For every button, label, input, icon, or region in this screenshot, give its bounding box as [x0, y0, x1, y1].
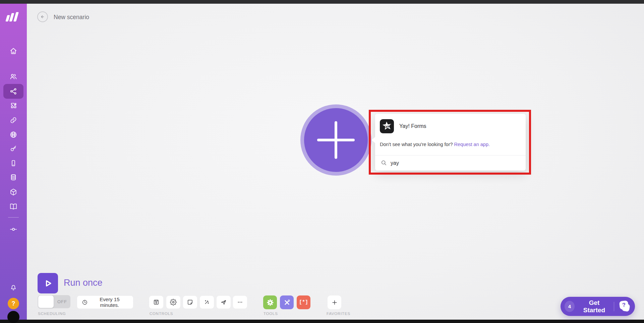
- make-scenario-editor: ? New scenario Yay! Yay! Forms Don't see…: [0, 0, 644, 323]
- request-app-link[interactable]: Request an app.: [454, 142, 490, 147]
- yay-forms-logo-icon: Yay!: [380, 119, 394, 133]
- tools-section-label: TOOLS: [264, 312, 278, 316]
- sidebar-item-data-stores[interactable]: [0, 171, 27, 183]
- globe-icon: [9, 131, 17, 139]
- scheduling-toggle[interactable]: OFF: [38, 295, 70, 308]
- team-icon: [9, 73, 17, 81]
- arrow-left-icon: [40, 14, 46, 20]
- chat-question-icon: ?: [618, 300, 631, 313]
- save-icon: [153, 299, 160, 306]
- popup-tail: [371, 137, 375, 143]
- help-glyph: ?: [619, 300, 629, 310]
- note-icon: [187, 299, 193, 306]
- schedule-interval-button[interactable]: Every 15 minutes.: [77, 296, 133, 309]
- sidebar-item-devices[interactable]: [0, 157, 27, 169]
- plane-icon: [220, 299, 227, 306]
- tools-button[interactable]: [263, 295, 277, 309]
- sidebar-item-team[interactable]: [0, 71, 27, 83]
- search-icon: [380, 159, 387, 166]
- sidebar-item-notifications[interactable]: [0, 281, 27, 293]
- toggle-state-label: OFF: [54, 295, 70, 308]
- profile-avatar[interactable]: [7, 311, 19, 323]
- sidebar-divider: [8, 217, 19, 218]
- database-icon: [9, 173, 17, 181]
- text-parser-glyph: [*]: [299, 299, 308, 305]
- app-search-input[interactable]: [391, 158, 518, 168]
- get-started-divider: [614, 302, 614, 311]
- sidebar-item-connections[interactable]: [0, 114, 27, 126]
- puzzle-icon: [9, 102, 17, 110]
- sidebar-item-templates[interactable]: [0, 200, 27, 213]
- request-text: Don't see what you're looking for?: [380, 142, 454, 147]
- window-top-bar: [0, 0, 644, 4]
- toggle-knob: [38, 295, 54, 308]
- app-name: Yay! Forms: [399, 123, 426, 129]
- phone-icon: [9, 159, 17, 167]
- link-icon: [9, 116, 17, 124]
- window-bottom-bar: [0, 320, 644, 323]
- tools-gear-icon: [266, 298, 274, 307]
- request-app-line: Don't see what you're looking for? Reque…: [380, 142, 490, 147]
- play-icon: [43, 278, 53, 288]
- sidebar-item-home[interactable]: [0, 45, 27, 57]
- cube-icon: [9, 188, 17, 196]
- app-search-row: [375, 155, 526, 171]
- get-started-label: Get Started: [579, 299, 610, 314]
- key-icon: [9, 144, 17, 152]
- share-icon: [9, 87, 17, 95]
- page-title: New scenario: [54, 14, 89, 21]
- run-once-label[interactable]: Run once: [64, 278, 103, 288]
- sidebar: ?: [0, 4, 27, 320]
- git-commit-icon: [9, 225, 17, 233]
- bell-icon: [9, 283, 17, 291]
- sidebar-item-scenarios[interactable]: [0, 85, 27, 97]
- add-favorite-button[interactable]: [328, 295, 341, 309]
- sidebar-item-keys[interactable]: [0, 142, 27, 154]
- app-picker-popup: Yay! Yay! Forms Don't see what you're lo…: [375, 114, 526, 171]
- save-button[interactable]: [149, 296, 163, 309]
- auto-align-button[interactable]: [200, 296, 214, 309]
- get-started-button[interactable]: 4 Get Started ?: [561, 297, 635, 316]
- app-result-yay-forms[interactable]: Yay! Yay! Forms: [375, 114, 526, 139]
- book-icon: [9, 202, 17, 211]
- add-module-circle: [304, 108, 368, 172]
- flow-control-button[interactable]: [280, 295, 294, 309]
- make-logo[interactable]: [5, 11, 21, 22]
- favorites-section-label: FAVORITES: [327, 312, 350, 316]
- help-glyph: ?: [12, 300, 15, 307]
- home-icon: [9, 47, 17, 55]
- get-started-count-badge: 4: [565, 301, 575, 312]
- help-button[interactable]: ?: [8, 298, 19, 309]
- schedule-interval-label: Every 15 minutes.: [91, 296, 128, 308]
- sidebar-item-functions[interactable]: [0, 223, 27, 235]
- back-button[interactable]: [37, 11, 48, 22]
- sidebar-item-apps[interactable]: [0, 100, 27, 112]
- settings-button[interactable]: [166, 296, 180, 309]
- run-on-demand-button[interactable]: [217, 296, 231, 309]
- crossed-tools-icon: [283, 298, 291, 307]
- plus-icon: [335, 121, 337, 159]
- more-options-button[interactable]: [233, 296, 247, 309]
- notes-button[interactable]: [183, 296, 197, 309]
- run-once-button[interactable]: [38, 273, 58, 293]
- plus-icon: [331, 299, 338, 306]
- magic-wand-icon: [203, 299, 210, 306]
- ellipsis-icon: [237, 299, 243, 306]
- text-parser-button[interactable]: [*]: [297, 295, 310, 309]
- gear-icon: [170, 299, 177, 306]
- sidebar-item-data-structures[interactable]: [0, 186, 27, 198]
- add-module-node[interactable]: [300, 104, 371, 176]
- controls-section-label: CONTROLS: [150, 312, 173, 316]
- sidebar-item-webhooks[interactable]: [0, 129, 27, 141]
- clock-icon: [82, 299, 88, 306]
- scheduling-section-label: SCHEDULING: [38, 312, 66, 316]
